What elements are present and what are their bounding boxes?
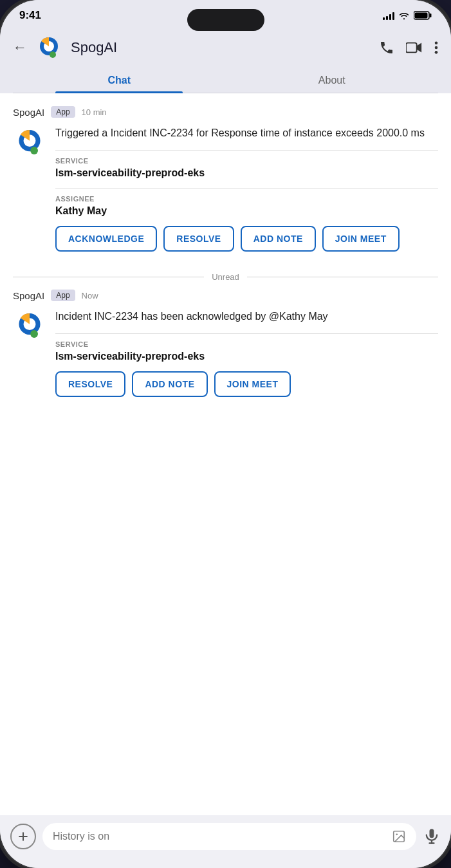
tab-chat[interactable]: Chat [13,68,226,93]
svg-rect-1 [430,14,432,17]
sender-name-1: SpogAI [13,107,44,118]
svg-point-9 [435,51,438,54]
add-note-button-1[interactable]: ADD NOTE [241,226,316,252]
tab-about[interactable]: About [226,68,439,93]
join-meet-button-1[interactable]: JOIN MEET [322,226,400,252]
message-text-2: Incident INC-2234 has been acknowledged … [55,309,438,324]
back-button[interactable]: ← [13,39,27,56]
phone-frame: 9:41 [0,0,451,868]
message-group-1: SpogAI App 10 min Triggered a I [0,106,451,264]
field-label-service-2: SERVICE [55,340,438,348]
add-attachment-button[interactable] [10,824,36,849]
app-logo [35,33,63,62]
timestamp-2: Now [82,291,98,300]
svg-point-8 [435,46,438,50]
field-value-assignee-1: Kathy May [55,205,438,217]
avatar-2 [13,309,46,345]
field-label-service-1: SERVICE [55,157,438,165]
timestamp-1: 10 min [82,107,107,117]
more-icon[interactable] [434,41,438,55]
phone-icon[interactable] [379,40,394,55]
svg-rect-20 [430,829,434,838]
input-bar [0,815,451,868]
plus-icon [17,830,30,843]
divider-1b [55,188,438,189]
message-meta-1: SpogAI App 10 min [13,106,438,118]
acknowledge-button[interactable]: ACKNOWLEDGE [55,226,157,252]
divider-2a [55,333,438,334]
field-service-1: SERVICE lsm-serviceability-preprod-eks [55,157,438,179]
tabs: Chat About [13,68,438,93]
status-icons [383,11,432,20]
message-card-1: Triggered a Incident INC-2234 for Respon… [55,125,438,252]
action-buttons-2: RESOLVE ADD NOTE JOIN MEET [55,371,438,397]
unread-line-right [247,277,438,277]
message-card-2: Incident INC-2234 has been acknowledged … [55,309,438,397]
header-actions [379,40,438,55]
message-input[interactable] [53,831,387,842]
mic-icon[interactable] [423,827,441,845]
svg-point-7 [435,41,438,44]
message-body-1: Triggered a Incident INC-2234 for Respon… [13,125,438,252]
message-group-2: SpogAI App Now Incident INC-223 [0,290,451,410]
field-value-service-2: lsm-serviceability-preprod-eks [55,351,438,362]
unread-label: Unread [212,272,239,282]
header-left: ← SpogAI [13,33,117,62]
message-meta-2: SpogAI App Now [13,290,438,301]
battery-icon [414,11,432,20]
field-label-assignee-1: ASSIGNEE [55,195,438,203]
field-value-service-1: lsm-serviceability-preprod-eks [55,167,438,179]
app-badge-1: App [51,106,75,118]
text-input-wrap[interactable] [42,823,416,850]
add-note-button-2[interactable]: ADD NOTE [132,371,207,397]
action-buttons-1: ACKNOWLEDGE RESOLVE ADD NOTE JOIN MEET [55,226,438,252]
signal-bars-icon [383,11,394,20]
app-header: ← SpogAI [0,27,451,93]
field-service-2: SERVICE lsm-serviceability-preprod-eks [55,340,438,362]
resolve-button-1[interactable]: RESOLVE [163,226,234,252]
svg-rect-2 [415,13,428,19]
unread-divider: Unread [0,267,451,287]
app-name-label: SpogAI [71,39,117,56]
message-body-2: Incident INC-2234 has been acknowledged … [13,309,438,397]
sender-name-2: SpogAI [13,290,44,301]
status-time: 9:41 [19,9,41,22]
header-top: ← SpogAI [13,33,438,62]
wifi-icon [398,11,410,20]
svg-point-15 [30,330,38,338]
svg-point-19 [396,833,398,835]
message-text-1: Triggered a Incident INC-2234 for Respon… [55,125,438,141]
svg-point-12 [30,147,38,154]
chat-content: SpogAI App 10 min Triggered a I [0,93,451,815]
video-icon[interactable] [406,40,423,55]
field-assignee-1: ASSIGNEE Kathy May [55,195,438,217]
join-meet-button-2[interactable]: JOIN MEET [214,371,291,397]
image-icon[interactable] [392,829,406,844]
phone-screen: 9:41 [0,0,451,868]
divider-1a [55,150,438,151]
avatar-1 [13,125,46,162]
app-badge-2: App [51,290,75,301]
unread-line-left [13,277,204,277]
svg-rect-6 [406,43,417,53]
dynamic-island [187,9,264,31]
svg-point-5 [50,51,56,58]
resolve-button-2[interactable]: RESOLVE [55,371,125,397]
